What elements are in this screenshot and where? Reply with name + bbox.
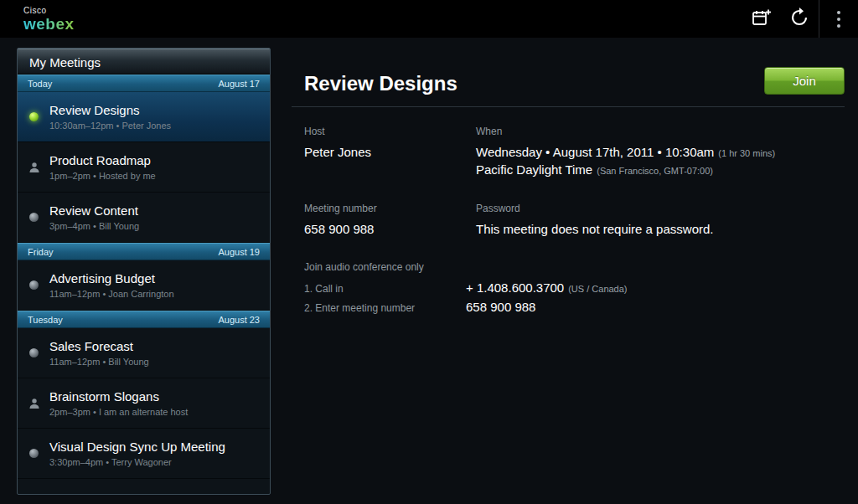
audio-step1-value: + 1.408.600.3700(US / Canada): [466, 280, 840, 297]
host-person-icon: [28, 398, 40, 409]
host-label: Host: [304, 126, 476, 137]
meeting-subtitle: 3:30pm–4pm • Terry Wagoner: [49, 457, 225, 467]
meeting-status-icon: [29, 348, 39, 357]
schedule-meeting-button[interactable]: [742, 0, 780, 38]
meeting-status-icon: [29, 449, 39, 458]
meeting-status-icon: [29, 213, 39, 222]
day-header: TodayAugust 17: [18, 75, 270, 92]
when-timezone: Pacific Daylight Time: [476, 162, 592, 177]
audio-step2-value: 658 900 988: [466, 299, 840, 316]
meeting-title: Product Roadmap: [49, 153, 156, 167]
meeting-subtitle: 3pm–4pm • Bill Young: [49, 221, 139, 231]
logo-cisco-text: Cisco: [23, 7, 75, 15]
cisco-webex-logo: Cisco webex: [23, 7, 75, 32]
audio-conference-label: Join audio conference only: [304, 261, 840, 273]
refresh-button[interactable]: [780, 0, 819, 38]
when-label: When: [476, 126, 840, 137]
meeting-title: Brainstorm Slogans: [49, 389, 188, 404]
day-label: Tuesday: [28, 315, 63, 325]
password-field: Password This meeting does not require a…: [476, 203, 840, 238]
meeting-status-icon: [29, 280, 39, 290]
meeting-title: Visual Design Sync Up Meeting: [49, 440, 225, 454]
host-person-icon: [28, 162, 40, 173]
meeting-number-label: Meeting number: [304, 203, 476, 214]
meeting-detail-title: Review Designs: [304, 72, 457, 95]
overflow-menu-icon: [837, 11, 840, 28]
join-button[interactable]: Join: [764, 67, 845, 95]
meeting-number-field: Meeting number 658 900 988: [304, 203, 476, 238]
top-bar: Cisco webex: [0, 0, 858, 38]
meeting-list-item[interactable]: Sales Forecast11am–12pm • Bill Young: [18, 328, 270, 378]
audio-step2-label: 2. Enter meeting number: [304, 300, 466, 316]
meeting-detail-fields: Host Peter Jones When Wednesday • August…: [304, 126, 840, 316]
when-line2: Pacific Daylight Time(San Francisco, GMT…: [476, 162, 840, 179]
logo-webex-text: webex: [23, 16, 75, 32]
password-label: Password: [476, 203, 840, 214]
detail-divider: [292, 106, 845, 107]
meeting-list-item[interactable]: Brainstorm Slogans2pm–3pm • I am an alte…: [18, 378, 270, 429]
my-meetings-title: My Meetings: [18, 49, 270, 75]
my-meetings-panel: My Meetings TodayAugust 17Review Designs…: [17, 48, 271, 495]
when-line1: Wednesday • August 17th, 2011 • 10:30am(…: [476, 144, 840, 162]
day-header: TuesdayAugust 23: [18, 311, 270, 328]
day-label: Today: [28, 79, 52, 89]
meeting-subtitle: 1pm–2pm • Hosted by me: [49, 171, 156, 181]
meeting-title: Advertising Budget: [49, 271, 174, 285]
meeting-list-item[interactable]: Product Roadmap1pm–2pm • Hosted by me: [18, 142, 270, 193]
meeting-subtitle: 2pm–3pm • I am an alternate host: [49, 407, 188, 417]
host-value: Peter Jones: [304, 144, 476, 161]
date-label: August 23: [218, 315, 260, 325]
call-in-region-note: (US / Canada): [568, 284, 627, 294]
call-in-number: + 1.408.600.3700: [466, 280, 564, 295]
when-field: When Wednesday • August 17th, 2011 • 10:…: [476, 126, 840, 179]
audio-step1-label: 1. Call in: [304, 280, 466, 297]
host-field: Host Peter Jones: [304, 126, 476, 179]
meeting-subtitle: 11am–12pm • Bill Young: [49, 357, 149, 367]
calendar-add-icon: [751, 8, 771, 31]
when-duration-note: (1 hr 30 mins): [718, 148, 775, 158]
password-value: This meeting does not require a password…: [476, 221, 840, 238]
meeting-number-value: 658 900 988: [304, 221, 476, 238]
meeting-list-item[interactable]: Advertising Budget11am–12pm • Joan Carri…: [18, 260, 270, 311]
meeting-list: TodayAugust 17Review Designs10:30am–12pm…: [18, 75, 270, 479]
date-label: August 19: [218, 247, 260, 257]
when-timezone-note: (San Francisco, GMT-07:00): [597, 166, 713, 176]
day-label: Friday: [28, 247, 54, 257]
overflow-menu-button[interactable]: [819, 0, 858, 38]
meeting-title: Review Designs: [49, 103, 171, 117]
day-header: FridayAugust 19: [18, 243, 270, 260]
in-progress-icon: [29, 112, 39, 121]
meeting-subtitle: 11am–12pm • Joan Carrington: [49, 289, 174, 299]
refresh-icon: [789, 8, 809, 31]
date-label: August 17: [218, 79, 260, 89]
meeting-title: Sales Forecast: [49, 339, 149, 353]
meeting-list-item[interactable]: Visual Design Sync Up Meeting3:30pm–4pm …: [18, 429, 270, 479]
audio-conference-section: Join audio conference only 1. Call in + …: [304, 261, 840, 316]
meeting-list-item[interactable]: Review Designs10:30am–12pm • Peter Jones: [18, 92, 270, 142]
meeting-list-item[interactable]: Review Content3pm–4pm • Bill Young: [18, 193, 270, 243]
meeting-title: Review Content: [49, 203, 139, 218]
meeting-subtitle: 10:30am–12pm • Peter Jones: [49, 121, 171, 131]
when-datetime: Wednesday • August 17th, 2011 • 10:30am: [476, 145, 714, 159]
